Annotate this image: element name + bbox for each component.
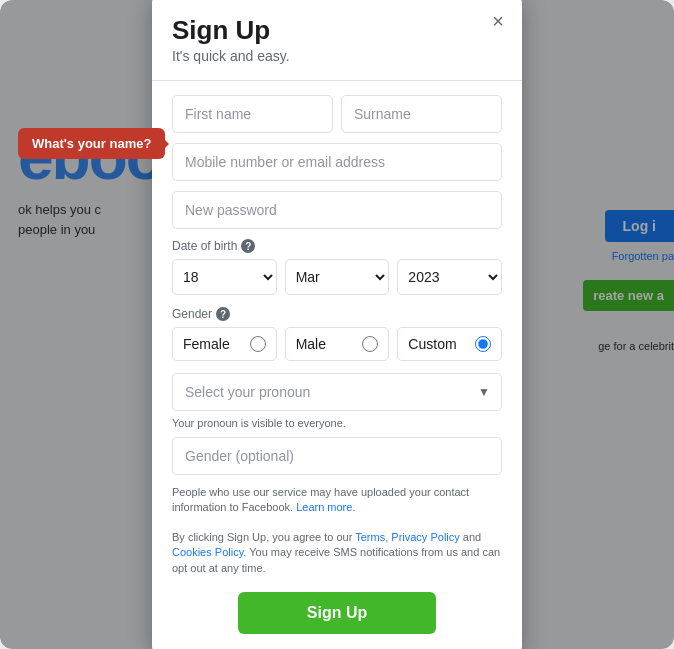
page-background: ebook ok helps you c people in you Log i…	[0, 0, 674, 649]
name-row	[172, 95, 502, 133]
gender-custom-option[interactable]: Custom	[397, 327, 502, 361]
privacy-note: People who use our service may have uplo…	[172, 485, 502, 516]
privacy-policy-link[interactable]: Privacy Policy	[391, 531, 459, 543]
pronoun-select[interactable]: Select your pronoun She: "Wish her a hap…	[172, 373, 502, 411]
dob-year-select[interactable]: 2023 202220212020 201920182010 200019901…	[397, 259, 502, 295]
close-button[interactable]: ×	[492, 11, 504, 31]
cookies-policy-link[interactable]: Cookies Policy	[172, 546, 243, 558]
dob-day-select[interactable]: 18 1234 5678 9101112 13141516 17192021 2…	[172, 259, 277, 295]
dob-help-icon[interactable]: ?	[241, 239, 255, 253]
gender-male-radio[interactable]	[362, 336, 378, 352]
divider	[152, 80, 522, 81]
gender-help-icon[interactable]: ?	[216, 307, 230, 321]
dob-month-select[interactable]: Mar JanFebApr MayJunJul AugSepOct NovDec	[285, 259, 390, 295]
pronoun-select-wrapper: Select your pronoun She: "Wish her a hap…	[172, 373, 502, 411]
signup-button[interactable]: Sign Up	[238, 592, 436, 634]
password-row	[172, 191, 502, 229]
tooltip-bubble: What's your name?	[18, 128, 165, 159]
gender-optional-input[interactable]	[172, 437, 502, 475]
signup-modal: × Sign Up It's quick and easy. Date of b…	[152, 0, 522, 649]
modal-subtitle: It's quick and easy.	[172, 48, 502, 64]
password-input[interactable]	[172, 191, 502, 229]
gender-male-option[interactable]: Male	[285, 327, 390, 361]
gender-custom-radio[interactable]	[475, 336, 491, 352]
dob-label: Date of birth ?	[172, 239, 502, 253]
first-name-input[interactable]	[172, 95, 333, 133]
learn-more-link[interactable]: Learn more.	[296, 501, 355, 513]
terms-note: By clicking Sign Up, you agree to our Te…	[172, 530, 502, 576]
pronoun-note: Your pronoun is visible to everyone.	[172, 417, 502, 429]
surname-input[interactable]	[341, 95, 502, 133]
dob-row: 18 1234 5678 9101112 13141516 17192021 2…	[172, 259, 502, 295]
mobile-email-input[interactable]	[172, 143, 502, 181]
modal-title: Sign Up	[172, 15, 502, 46]
gender-row: Female Male Custom	[172, 327, 502, 361]
gender-custom-label: Custom	[408, 336, 456, 352]
terms-link[interactable]: Terms	[355, 531, 385, 543]
gender-optional-row	[172, 437, 502, 475]
gender-female-radio[interactable]	[250, 336, 266, 352]
gender-male-label: Male	[296, 336, 326, 352]
modal-overlay: What's your name? × Sign Up It's quick a…	[0, 0, 674, 649]
mobile-row	[172, 143, 502, 181]
gender-female-label: Female	[183, 336, 230, 352]
gender-female-option[interactable]: Female	[172, 327, 277, 361]
gender-label: Gender ?	[172, 307, 502, 321]
